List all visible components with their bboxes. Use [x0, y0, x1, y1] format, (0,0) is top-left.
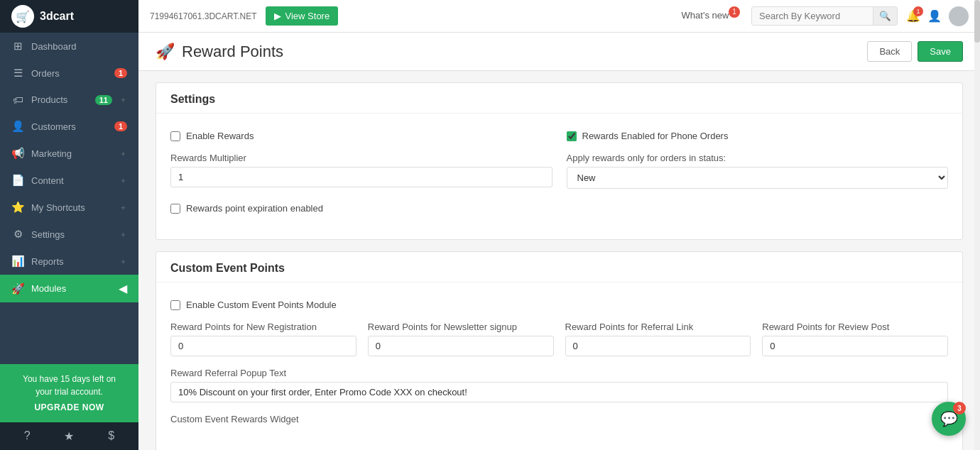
user-icon[interactable]: 👤 — [927, 9, 942, 23]
review-input[interactable] — [762, 336, 948, 356]
products-icon: 🏷 — [11, 94, 24, 106]
favorites-icon[interactable]: ★ — [64, 429, 74, 443]
multiplier-col: Rewards Multiplier — [170, 153, 552, 187]
rewards-phone-col: Rewards Enabled for Phone Orders — [567, 128, 949, 141]
content-expand-icon: ＋ — [119, 175, 127, 186]
search-box: 🔍 — [751, 6, 898, 26]
search-button[interactable]: 🔍 — [873, 7, 897, 25]
apply-rewards-col: Apply rewards only for orders in status:… — [567, 153, 949, 189]
settings-section-title: Settings — [156, 83, 962, 114]
apply-rewards-select[interactable]: New Processing Shipped Delivered Cancell… — [567, 167, 949, 189]
rewards-phone-label[interactable]: Rewards Enabled for Phone Orders — [567, 131, 949, 141]
chat-badge: 3 — [953, 402, 966, 415]
custom-enable-checkbox[interactable] — [170, 300, 180, 310]
billing-icon[interactable]: $ — [108, 429, 114, 443]
view-store-icon: ▶ — [274, 11, 281, 21]
newsletter-col: Reward Points for Newsletter signup — [368, 322, 554, 356]
page-title: Reward Points — [182, 43, 283, 61]
settings-icon: ⚙ — [11, 228, 24, 241]
enable-rewards-col: Enable Rewards — [170, 128, 552, 141]
reward-points-grid: Reward Points for New Registration Rewar… — [170, 322, 948, 356]
settings-row-3: Rewards point expiration enabled — [170, 200, 948, 214]
modules-icon: 🚀 — [11, 282, 24, 295]
enable-rewards-checkbox[interactable] — [170, 131, 180, 141]
sidebar-logo[interactable]: 🛒 3dcart — [0, 0, 138, 33]
sidebar-item-dashboard[interactable]: ⊞ Dashboard — [0, 33, 138, 60]
settings-expand-icon: ＋ — [119, 229, 127, 240]
sidebar-item-shortcuts[interactable]: ⭐ My Shortcuts ＋ — [0, 194, 138, 221]
new-reg-input[interactable] — [170, 336, 356, 356]
reports-icon: 📊 — [11, 255, 24, 268]
referral-col: Reward Points for Referral Link — [565, 322, 751, 356]
settings-section: Settings Enable Rewards — [156, 82, 963, 240]
customers-badge: 1 — [114, 121, 127, 131]
referral-label: Reward Points for Referral Link — [565, 322, 751, 332]
referral-input[interactable] — [565, 336, 751, 356]
review-label: Reward Points for Review Post — [762, 322, 948, 332]
page-header-actions: Back Save — [867, 41, 963, 62]
sidebar-item-orders[interactable]: ☰ Orders 1 — [0, 60, 138, 87]
sidebar-item-content[interactable]: 📄 Content ＋ — [0, 167, 138, 194]
custom-events-title: Custom Event Points — [156, 252, 962, 282]
multiplier-input[interactable] — [170, 167, 552, 187]
scrollbar-thumb[interactable] — [974, 0, 980, 43]
page-header-left: 🚀 Reward Points — [156, 43, 283, 61]
newsletter-input[interactable] — [368, 336, 554, 356]
back-button[interactable]: Back — [867, 41, 912, 62]
custom-events-section: Custom Event Points Enable Custom Event … — [156, 251, 963, 450]
custom-enable-col: Enable Custom Event Points Module — [170, 297, 948, 310]
help-icon[interactable]: ? — [24, 429, 31, 443]
sidebar-item-products[interactable]: 🏷 Products 11 ＋ — [0, 87, 138, 113]
rewards-phone-checkbox[interactable] — [567, 131, 577, 141]
search-input[interactable] — [752, 7, 873, 25]
topbar-icons: 🔔 1 👤 — [906, 6, 969, 26]
logo-icon: 🛒 — [11, 5, 34, 28]
chat-fab[interactable]: 💬 3 — [932, 402, 966, 436]
sidebar-item-settings[interactable]: ⚙ Settings ＋ — [0, 221, 138, 248]
settings-row-2: Rewards Multiplier Apply rewards only fo… — [170, 153, 948, 189]
popup-text-input[interactable] — [170, 382, 948, 402]
upgrade-button[interactable]: UPGRADE NOW — [11, 401, 127, 414]
custom-enable-row: Enable Custom Event Points Module — [170, 297, 948, 310]
apply-rewards-label: Apply rewards only for orders in status: — [567, 153, 949, 163]
shortcuts-expand-icon: ＋ — [119, 202, 127, 213]
marketing-expand-icon: ＋ — [119, 148, 127, 159]
modules-collapse-icon: ◀ — [119, 282, 127, 295]
dashboard-icon: ⊞ — [11, 40, 24, 53]
topbar: 71994617061.3DCART.NET ▶ View Store What… — [138, 0, 980, 33]
settings-row-1: Enable Rewards Rewards Enabled for Phone… — [170, 128, 948, 141]
sidebar-footer: ? ★ $ — [0, 422, 138, 450]
sidebar-nav: ⊞ Dashboard ☰ Orders 1 🏷 Products 11 ＋ 👤… — [0, 33, 138, 364]
expiration-label[interactable]: Rewards point expiration enabled — [170, 203, 948, 214]
marketing-icon: 📢 — [11, 147, 24, 160]
customers-icon: 👤 — [11, 120, 24, 133]
whats-new[interactable]: What's new 1 — [682, 10, 743, 22]
whats-new-badge: 1 — [729, 6, 740, 18]
popup-text-col: Reward Referral Popup Text — [170, 368, 948, 402]
enable-rewards-label[interactable]: Enable Rewards — [170, 131, 552, 141]
sidebar: 🛒 3dcart ⊞ Dashboard ☰ Orders 1 🏷 Produc… — [0, 0, 138, 450]
reports-expand-icon: ＋ — [119, 256, 127, 267]
logo-text: 3dcart — [40, 10, 74, 23]
expiration-checkbox[interactable] — [170, 204, 180, 214]
orders-badge: 1 — [114, 68, 127, 78]
view-store-button[interactable]: ▶ View Store — [266, 6, 339, 26]
sidebar-item-modules[interactable]: 🚀 Modules ◀ — [0, 275, 138, 302]
scrollbar-track[interactable] — [974, 0, 980, 450]
sidebar-item-customers[interactable]: 👤 Customers 1 — [0, 113, 138, 140]
main-content: 🚀 Reward Points Back Save Settings — [138, 33, 980, 450]
content-icon: 📄 — [11, 174, 24, 187]
user-avatar[interactable] — [949, 6, 969, 26]
newsletter-label: Reward Points for Newsletter signup — [368, 322, 554, 332]
page-header: 🚀 Reward Points Back Save — [138, 33, 980, 71]
expiration-col: Rewards point expiration enabled — [170, 200, 948, 214]
notification-badge: 1 — [913, 6, 923, 16]
new-reg-col: Reward Points for New Registration — [170, 322, 356, 356]
custom-enable-label[interactable]: Enable Custom Event Points Module — [170, 300, 948, 310]
multiplier-label: Rewards Multiplier — [170, 153, 552, 163]
save-button[interactable]: Save — [918, 41, 963, 62]
notification-icon[interactable]: 🔔 1 — [906, 9, 920, 23]
sidebar-item-reports[interactable]: 📊 Reports ＋ — [0, 248, 138, 275]
sidebar-item-marketing[interactable]: 📢 Marketing ＋ — [0, 140, 138, 167]
popup-text-label: Reward Referral Popup Text — [170, 368, 948, 378]
